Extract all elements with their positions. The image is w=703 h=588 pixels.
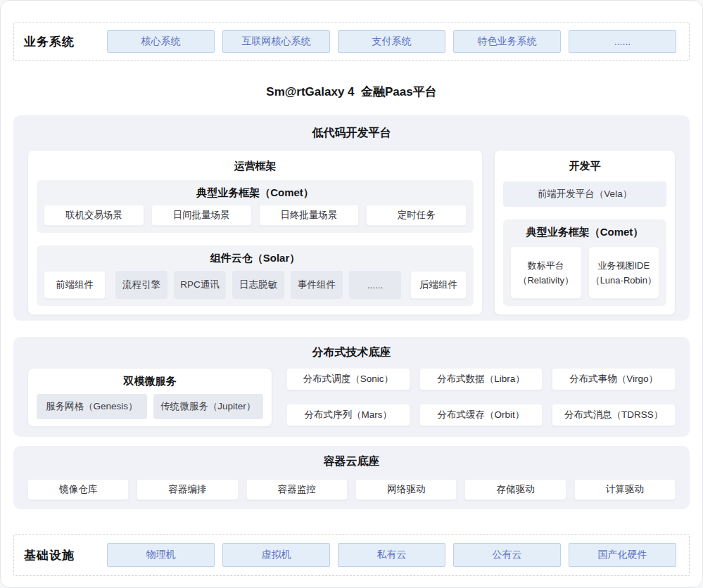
dev-item-luna-robin: 业务视图IDE （Luna-Robin）: [588, 246, 660, 299]
dev-platform-title: 开发平: [503, 159, 666, 173]
cc-item-monitoring: 容器监控: [246, 479, 348, 500]
dual-item-genesis: 服务网格（Genesis）: [37, 394, 147, 419]
dist-item-mars: 分布式序列（Mars）: [286, 404, 410, 426]
solar-item-process-engine: 流程引擎: [115, 271, 167, 299]
solar-item-backend-components: 后端组件: [410, 271, 467, 299]
lowcode-platform-section: 低代码开发平台 运营框架 典型业务框架（Comet） 联机交易场景 日间批量场景…: [13, 115, 690, 321]
infra-item-physical-machine: 物理机: [107, 543, 215, 567]
dist-item-libra: 分布式数据（Libra）: [419, 368, 543, 390]
lowcode-panels: 运营框架 典型业务框架（Comet） 联机交易场景 日间批量场景 日终批量场景 …: [27, 150, 676, 315]
solar-item-event-components: 事件组件: [291, 271, 343, 299]
comet-item-eod-batch: 日终批量场景: [259, 205, 360, 226]
solar-subpanel-title: 组件云仓（Solar）: [44, 251, 467, 265]
dist-item-orbit: 分布式缓存（Orbit）: [419, 404, 543, 426]
cc-item-compute-driver: 计算驱动: [574, 479, 676, 500]
comet-item-timer-task: 定时任务: [366, 205, 467, 226]
business-systems-items: 核心系统 互联网核心系统 支付系统 特色业务系统 ......: [107, 30, 679, 53]
comet-item-online-trade: 联机交易场景: [44, 205, 144, 226]
infra-item-public-cloud: 公有云: [453, 543, 561, 567]
solar-item-frontend-components: 前端组件: [44, 271, 106, 299]
infrastructure-row: 基础设施 物理机 虚拟机 私有云 公有云 国产化硬件: [13, 534, 690, 576]
business-system-more: ......: [569, 30, 676, 53]
comet-subpanel: 典型业务框架（Comet） 联机交易场景 日间批量场景 日终批量场景 定时任务: [37, 180, 474, 233]
dual-mode-title: 双模微服务: [37, 374, 263, 388]
infra-item-private-cloud: 私有云: [338, 543, 445, 567]
dual-mode-items: 服务网格（Genesis） 传统微服务（Jupiter）: [37, 394, 263, 421]
lowcode-platform-title: 低代码开发平台: [27, 126, 676, 141]
dev-item-luna-robin-name: 业务视图IDE: [597, 258, 650, 273]
business-systems-label: 业务系统: [24, 34, 107, 50]
dev-comet-subpanel: 典型业务框架（Comet） 数标平台 （Relativity） 业务视图IDE …: [503, 219, 666, 306]
dev-item-luna-robin-code: （Luna-Robin）: [591, 273, 657, 288]
dev-platform-panel: 开发平 前端开发平台（Vela） 典型业务框架（Comet） 数标平台 （Rel…: [494, 150, 676, 315]
comet-item-day-batch: 日间批量场景: [151, 205, 252, 226]
business-system-special: 特色业务系统: [453, 30, 561, 53]
dual-mode-microservice-panel: 双模微服务 服务网格（Genesis） 传统微服务（Jupiter）: [27, 368, 272, 427]
dual-item-jupiter: 传统微服务（Jupiter）: [153, 394, 264, 419]
business-systems-row: 业务系统 核心系统 互联网核心系统 支付系统 特色业务系统 ......: [13, 22, 690, 61]
cc-item-orchestration: 容器编排: [137, 479, 238, 500]
distributed-base-section: 分布式技术底座 双模微服务 服务网格（Genesis） 传统微服务（Jupite…: [13, 337, 690, 437]
dev-item-relativity: 数标平台 （Relativity）: [510, 246, 582, 299]
dev-item-relativity-code: （Relativity）: [518, 273, 574, 288]
dev-item-relativity-name: 数标平台: [528, 258, 564, 273]
container-cloud-title: 容器云底座: [27, 454, 676, 469]
distributed-base-title: 分布式技术底座: [27, 345, 676, 360]
distributed-content: 双模微服务 服务网格（Genesis） 传统微服务（Jupiter） 分布式调度…: [27, 368, 676, 427]
dist-item-virgo: 分布式事物（Virgo）: [552, 368, 676, 390]
dist-item-sonic: 分布式调度（Sonic）: [286, 368, 410, 390]
infra-item-domestic-hardware: 国产化硬件: [569, 543, 676, 567]
solar-subpanel: 组件云仓（Solar） 前端组件 流程引擎 RPC通讯 日志脱敏 事件组件 ..…: [37, 245, 474, 306]
vela-frontend-dev-platform: 前端开发平台（Vela）: [503, 181, 666, 207]
cc-item-storage-driver: 存储驱动: [464, 479, 566, 500]
comet-items: 联机交易场景 日间批量场景 日终批量场景 定时任务: [44, 205, 467, 226]
container-cloud-items: 镜像仓库 容器编排 容器监控 网络驱动 存储驱动 计算驱动: [27, 479, 676, 500]
operation-framework-panel: 运营框架 典型业务框架（Comet） 联机交易场景 日间批量场景 日终批量场景 …: [27, 150, 483, 315]
page-title: Sm@rtGalaxy 4 金融Paas平台: [13, 84, 690, 101]
comet-subpanel-title: 典型业务框架（Comet）: [44, 186, 467, 200]
dev-comet-items: 数标平台 （Relativity） 业务视图IDE （Luna-Robin）: [510, 246, 659, 299]
cc-item-network-driver: 网络驱动: [355, 479, 457, 500]
cc-item-image-registry: 镜像仓库: [27, 479, 129, 500]
operation-framework-title: 运营框架: [37, 159, 474, 173]
business-system-internet-core: 互联网核心系统: [222, 30, 330, 53]
infrastructure-items: 物理机 虚拟机 私有云 公有云 国产化硬件: [107, 543, 679, 567]
architecture-diagram: 业务系统 核心系统 互联网核心系统 支付系统 特色业务系统 ...... Sm@…: [0, 0, 703, 588]
dev-comet-subpanel-title: 典型业务框架（Comet）: [510, 225, 659, 239]
infrastructure-label: 基础设施: [24, 547, 107, 563]
distributed-grid: 分布式调度（Sonic） 分布式数据（Libra） 分布式事物（Virgo） 分…: [286, 368, 676, 427]
infra-item-virtual-machine: 虚拟机: [222, 543, 330, 567]
container-cloud-section: 容器云底座 镜像仓库 容器编排 容器监控 网络驱动 存储驱动 计算驱动: [13, 446, 690, 509]
business-system-core: 核心系统: [107, 30, 215, 53]
solar-items: 前端组件 流程引擎 RPC通讯 日志脱敏 事件组件 ...... 后端组件: [44, 271, 467, 299]
solar-item-log-masking: 日志脱敏: [232, 271, 284, 299]
solar-item-rpc: RPC通讯: [174, 271, 226, 299]
dist-item-tdrss: 分布式消息（TDRSS）: [552, 404, 676, 426]
business-system-payment: 支付系统: [338, 30, 445, 53]
solar-item-more: ......: [349, 271, 401, 299]
